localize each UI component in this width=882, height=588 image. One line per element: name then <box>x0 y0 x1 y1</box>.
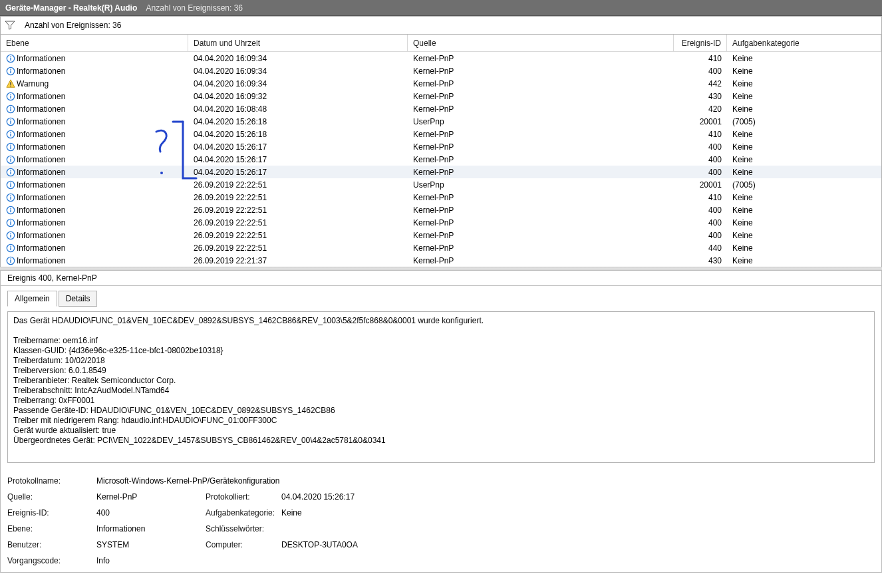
svg-rect-7 <box>10 85 11 86</box>
cell-level: Informationen <box>17 104 65 114</box>
cell-date: 04.04.2020 15:26:17 <box>188 155 408 164</box>
cell-category: Keine <box>727 193 881 202</box>
cell-category: Keine <box>727 104 881 114</box>
lbl-opcode: Vorgangscode: <box>7 556 94 565</box>
col-source[interactable]: Quelle <box>408 35 674 51</box>
svg-rect-45 <box>10 247 11 249</box>
cell-id: 400 <box>674 67 727 76</box>
table-row[interactable]: Informationen04.04.2020 16:09:34Kernel-P… <box>1 65 881 77</box>
lbl-source: Quelle: <box>7 492 94 502</box>
table-row[interactable]: Informationen26.09.2019 22:22:51Kernel-P… <box>1 191 881 204</box>
cell-source: Kernel-PnP <box>408 54 674 63</box>
window-subtitle: Anzahl von Ereignissen: 36 <box>146 3 243 13</box>
detail-grid: Protokollname: Microsoft-Windows-Kernel-… <box>7 476 875 565</box>
val-logged: 04.04.2020 15:26:17 <box>281 492 547 502</box>
info-icon <box>6 193 15 202</box>
tab-general[interactable]: Allgemein <box>7 291 57 307</box>
cell-id: 400 <box>674 142 727 152</box>
svg-rect-16 <box>10 119 11 120</box>
table-row[interactable]: Informationen04.04.2020 15:26:17Kernel-P… <box>1 166 881 178</box>
lbl-level: Ebene: <box>7 524 94 533</box>
cell-date: 26.09.2019 22:21:37 <box>188 256 408 265</box>
table-row[interactable]: Informationen04.04.2020 16:09:34Kernel-P… <box>1 52 881 65</box>
tab-details[interactable]: Details <box>59 291 98 307</box>
filter-icon[interactable] <box>5 20 15 31</box>
svg-rect-43 <box>10 233 11 233</box>
cell-level: Informationen <box>17 92 65 101</box>
cell-date: 04.04.2020 16:09:34 <box>188 54 408 63</box>
val-computer: DESKTOP-3UTA0OA <box>281 540 547 549</box>
cell-category: Keine <box>727 218 881 227</box>
cell-category: Keine <box>727 67 881 76</box>
table-row[interactable]: Informationen04.04.2020 16:08:48Kernel-P… <box>1 102 881 115</box>
col-level[interactable]: Ebene <box>1 35 188 51</box>
info-icon <box>6 168 15 177</box>
cell-id: 440 <box>674 243 727 253</box>
cell-level: Informationen <box>17 256 65 265</box>
svg-rect-39 <box>10 221 11 224</box>
svg-rect-46 <box>10 245 11 246</box>
col-id[interactable]: Ereignis-ID <box>674 35 727 51</box>
cell-id: 410 <box>674 54 727 63</box>
table-row[interactable]: Informationen26.09.2019 22:21:37Kernel-P… <box>1 254 881 267</box>
lbl-keywords: Schlüsselwörter: <box>206 524 279 533</box>
cell-date: 26.09.2019 22:22:51 <box>188 193 408 202</box>
cell-date: 26.09.2019 22:22:51 <box>188 180 408 190</box>
cell-level: Informationen <box>17 155 65 164</box>
detail-text[interactable]: Das Gerät HDAUDIO\FUNC_01&VEN_10EC&DEV_0… <box>7 311 875 463</box>
table-row[interactable]: Informationen04.04.2020 15:26:18Kernel-P… <box>1 128 881 140</box>
svg-rect-30 <box>10 184 11 186</box>
svg-rect-15 <box>10 120 11 123</box>
cell-category: Keine <box>727 206 881 215</box>
info-icon <box>6 54 15 63</box>
table-row[interactable]: Informationen04.04.2020 15:26:17Kernel-P… <box>1 153 881 166</box>
svg-rect-5 <box>10 69 11 69</box>
lbl-taskcat: Aufgabenkategorie: <box>206 508 279 517</box>
cell-id: 400 <box>674 218 727 227</box>
table-row[interactable]: Informationen04.04.2020 15:26:18UserPnp2… <box>1 115 881 128</box>
lbl-logged: Protokolliert: <box>206 492 279 502</box>
val-level: Informationen <box>96 524 203 533</box>
col-date[interactable]: Datum und Uhrzeit <box>188 35 408 51</box>
val-opcode: Info <box>96 556 203 565</box>
window-titlebar: Geräte-Manager - Realtek(R) Audio Anzahl… <box>0 0 882 16</box>
table-row[interactable]: Informationen26.09.2019 22:22:51Kernel-P… <box>1 204 881 216</box>
cell-id: 20001 <box>674 180 727 190</box>
svg-rect-40 <box>10 220 11 221</box>
cell-date: 04.04.2020 16:09:34 <box>188 79 408 88</box>
info-icon <box>6 256 15 265</box>
lbl-user: Benutzer: <box>7 540 94 549</box>
info-icon <box>6 142 15 152</box>
info-icon <box>6 92 15 101</box>
table-row[interactable]: Informationen26.09.2019 22:22:51Kernel-P… <box>1 241 881 254</box>
svg-rect-6 <box>10 82 11 84</box>
cell-source: UserPnp <box>408 117 674 126</box>
info-icon <box>6 130 15 139</box>
svg-rect-25 <box>10 157 11 158</box>
table-row[interactable]: Informationen26.09.2019 22:22:51UserPnp2… <box>1 178 881 191</box>
svg-rect-9 <box>10 95 11 98</box>
detail-header: Ereignis 400, Kernel-PnP <box>0 271 882 286</box>
cell-level: Informationen <box>17 67 65 76</box>
cell-id: 410 <box>674 130 727 139</box>
val-eventid: 400 <box>96 508 203 517</box>
svg-rect-34 <box>10 195 11 196</box>
cell-source: Kernel-PnP <box>408 231 674 240</box>
table-row[interactable]: Informationen26.09.2019 22:22:51Kernel-P… <box>1 229 881 241</box>
table-row[interactable]: Informationen26.09.2019 22:22:51Kernel-P… <box>1 216 881 229</box>
table-body: Informationen04.04.2020 16:09:34Kernel-P… <box>1 52 881 267</box>
table-row[interactable]: Informationen04.04.2020 16:09:32Kernel-P… <box>1 90 881 102</box>
svg-rect-28 <box>10 170 11 170</box>
detail-panel: Das Gerät HDAUDIO\FUNC_01&VEN_10EC&DEV_0… <box>0 306 882 573</box>
table-row[interactable]: Warnung04.04.2020 16:09:34Kernel-PnP442K… <box>1 77 881 90</box>
col-cat[interactable]: Aufgabenkategorie <box>727 35 881 51</box>
svg-rect-4 <box>10 70 11 73</box>
event-table: Ebene Datum und Uhrzeit Quelle Ereignis-… <box>0 35 882 267</box>
table-row[interactable]: Informationen04.04.2020 15:26:17Kernel-P… <box>1 140 881 153</box>
cell-level: Informationen <box>17 142 65 152</box>
cell-level: Informationen <box>17 54 65 63</box>
event-count-text: Anzahl von Ereignissen: 36 <box>25 21 121 30</box>
cell-id: 400 <box>674 155 727 164</box>
val-user: SYSTEM <box>96 540 203 549</box>
cell-category: (7005) <box>727 117 881 126</box>
